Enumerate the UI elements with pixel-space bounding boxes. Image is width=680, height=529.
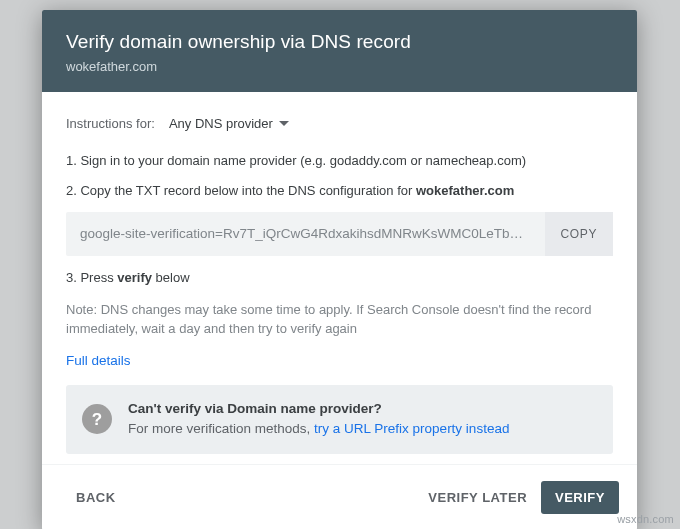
alt-verification-panel: ? Can't verify via Domain name provider?…	[66, 385, 613, 454]
footer-right: Verify later Verify	[418, 481, 619, 514]
instructions-for-label: Instructions for:	[66, 114, 155, 134]
step-3-prefix: 3. Press	[66, 270, 117, 285]
step-3-bold: verify	[117, 270, 152, 285]
step-2-text: 2. Copy the TXT record below into the DN…	[66, 183, 416, 198]
instructions-row: Instructions for: Any DNS provider	[66, 114, 613, 134]
modal-body: Instructions for: Any DNS provider 1. Si…	[42, 92, 637, 464]
chevron-down-icon	[279, 121, 289, 126]
back-button[interactable]: Back	[66, 482, 126, 513]
verify-button[interactable]: Verify	[541, 481, 619, 514]
verify-later-button[interactable]: Verify later	[418, 482, 537, 513]
txt-record-row: google-site-verification=Rv7T_iQrCwG4Rdx…	[66, 212, 613, 256]
modal-title: Verify domain ownership via DNS record	[66, 30, 613, 55]
step-3-suffix: below	[152, 270, 190, 285]
dns-note: Note: DNS changes may take some time to …	[66, 300, 613, 339]
dns-provider-select[interactable]: Any DNS provider	[169, 114, 289, 134]
step-3: 3. Press verify below	[66, 268, 613, 288]
modal-subtitle-domain: wokefather.com	[66, 59, 613, 74]
full-details-link[interactable]: Full details	[66, 351, 131, 371]
modal-footer: Back Verify later Verify	[42, 464, 637, 529]
alt-verification-answer: For more verification methods, try a URL…	[128, 419, 509, 439]
step-1: 1. Sign in to your domain name provider …	[66, 151, 613, 171]
alt-verification-question: Can't verify via Domain name provider?	[128, 399, 509, 419]
question-icon: ?	[82, 404, 112, 434]
step-2-domain: wokefather.com	[416, 183, 514, 198]
copy-button[interactable]: COPY	[545, 212, 613, 256]
alt-verification-answer-prefix: For more verification methods,	[128, 421, 314, 436]
alt-verification-text: Can't verify via Domain name provider? F…	[128, 399, 509, 440]
verify-domain-modal: Verify domain ownership via DNS record w…	[42, 10, 637, 529]
watermark: wsxdn.com	[617, 513, 674, 525]
txt-record-value[interactable]: google-site-verification=Rv7T_iQrCwG4Rdx…	[66, 212, 545, 256]
dns-provider-selected: Any DNS provider	[169, 114, 273, 134]
url-prefix-link[interactable]: try a URL Prefix property instead	[314, 421, 509, 436]
step-2: 2. Copy the TXT record below into the DN…	[66, 181, 613, 201]
modal-header: Verify domain ownership via DNS record w…	[42, 10, 637, 92]
